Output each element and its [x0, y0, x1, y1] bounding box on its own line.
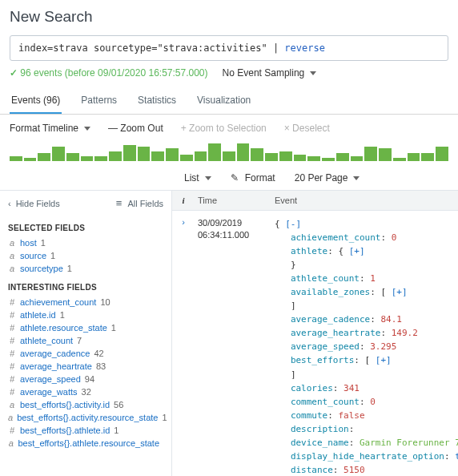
- field-best-efforts-athlete-id[interactable]: #best_efforts{}.athlete.id 1: [8, 424, 163, 437]
- sampling-dropdown[interactable]: No Event Sampling: [223, 67, 317, 79]
- zoom-out-button[interactable]: — Zoom Out: [108, 123, 163, 134]
- event-time: 30/09/2019 06:34:11.000: [195, 211, 271, 476]
- field-source[interactable]: asource 1: [8, 249, 163, 262]
- list-view-dropdown[interactable]: List: [184, 172, 211, 184]
- field-type-icon: a: [8, 264, 16, 273]
- timeline-bar[interactable]: [408, 153, 420, 161]
- selected-fields-heading: SELECTED FIELDS: [8, 224, 163, 232]
- timeline-bar[interactable]: [336, 153, 349, 161]
- timeline-bar[interactable]: [421, 153, 434, 161]
- timeline-bar[interactable]: [123, 145, 136, 161]
- field-type-icon: #: [8, 374, 16, 384]
- event-row: › 30/09/2019 06:34:11.000 { [-] achievem…: [172, 211, 458, 476]
- field-type-icon: #: [8, 426, 16, 435]
- json-toggle[interactable]: [+]: [349, 246, 365, 256]
- timeline-bar[interactable]: [138, 147, 151, 161]
- timeline-bar[interactable]: [294, 155, 307, 161]
- result-status: ✓ 96 events (before 09/01/2020 16:57:57.…: [10, 67, 208, 79]
- field-athlete-count[interactable]: #athlete_count 7: [8, 334, 163, 347]
- field-sourcetype[interactable]: asourcetype 1: [8, 262, 163, 275]
- field-type-icon: a: [8, 413, 13, 422]
- timeline-bar[interactable]: [166, 148, 179, 161]
- timeline-bar[interactable]: [24, 158, 37, 161]
- json-toggle[interactable]: [+]: [376, 355, 392, 365]
- field-athlete-resource-state[interactable]: #athlete.resource_state 1: [8, 321, 163, 334]
- timeline-bar[interactable]: [251, 148, 263, 161]
- tab-statistics[interactable]: Statistics: [136, 90, 178, 114]
- field-type-icon: #: [8, 336, 16, 345]
- events-table: i Time Event › 30/09/2019 06:34:11.000 {…: [172, 191, 458, 476]
- timeline-bar[interactable]: [351, 156, 364, 161]
- field-best-efforts-activity-resource-state[interactable]: abest_efforts{}.activity.resource_state …: [8, 411, 163, 424]
- timeline-bar[interactable]: [223, 151, 235, 161]
- zoom-to-selection-button: + Zoom to Selection: [181, 123, 267, 134]
- expand-event-button[interactable]: ›: [172, 211, 195, 476]
- timeline-bar[interactable]: [109, 151, 122, 161]
- search-input[interactable]: index=strava sourcetype="strava:activiti…: [10, 35, 448, 61]
- check-icon: ✓: [10, 67, 18, 79]
- col-event[interactable]: Event: [271, 191, 458, 210]
- page-title: New Search: [10, 8, 448, 26]
- field-type-icon: a: [8, 238, 16, 248]
- col-time[interactable]: Time: [195, 191, 271, 210]
- field-host[interactable]: ahost 1: [8, 236, 163, 249]
- format-timeline-dropdown[interactable]: Format Timeline: [10, 123, 90, 134]
- field-best-efforts-athlete-resource-state[interactable]: abest_efforts{}.athlete.resource_state: [8, 437, 163, 450]
- field-type-icon: a: [8, 400, 16, 409]
- fields-sidebar: Hide Fields All Fields SELECTED FIELDS a…: [0, 191, 172, 476]
- timeline-bar[interactable]: [208, 143, 221, 161]
- search-command: reverse: [279, 42, 325, 54]
- caret-down-icon: [82, 123, 90, 134]
- timeline-bar[interactable]: [66, 153, 79, 161]
- timeline-bar[interactable]: [38, 153, 50, 161]
- timeline-bar[interactable]: [436, 147, 448, 161]
- timeline-bar[interactable]: [322, 158, 335, 161]
- field-average-heartrate[interactable]: #average_heartrate 83: [8, 360, 163, 373]
- timeline-bar[interactable]: [81, 156, 94, 161]
- search-query-text: index=strava sourcetype="strava:activiti…: [18, 42, 273, 54]
- field-best-efforts-activity-id[interactable]: abest_efforts{}.activity.id 56: [8, 398, 163, 411]
- timeline-bar[interactable]: [393, 158, 406, 161]
- timeline-bar[interactable]: [265, 153, 278, 161]
- json-toggle[interactable]: [-]: [285, 219, 301, 229]
- timeline-bar[interactable]: [379, 148, 392, 161]
- col-info: i: [172, 191, 195, 210]
- tab-visualization[interactable]: Visualization: [195, 90, 252, 114]
- field-type-icon: #: [8, 349, 16, 358]
- timeline-bar[interactable]: [195, 151, 207, 161]
- field-type-icon: #: [8, 297, 16, 307]
- timeline-bar[interactable]: [307, 156, 320, 161]
- event-raw[interactable]: { [-] achievement_count: 0 athlete: { [+…: [271, 211, 458, 476]
- field-type-icon: #: [8, 387, 16, 397]
- per-page-dropdown[interactable]: 20 Per Page: [295, 172, 360, 184]
- deselect-button: × Deselect: [284, 123, 330, 134]
- timeline-bar[interactable]: [237, 143, 250, 161]
- timeline-bar[interactable]: [151, 151, 164, 161]
- caret-down-icon: [203, 172, 211, 184]
- timeline-bar[interactable]: [364, 147, 377, 161]
- field-average-speed[interactable]: #average_speed 94: [8, 373, 163, 385]
- format-button[interactable]: Format: [231, 172, 275, 184]
- field-athlete-id[interactable]: #athlete.id 1: [8, 309, 163, 321]
- tab-events-[interactable]: Events (96): [10, 90, 62, 114]
- hide-fields-button[interactable]: Hide Fields: [8, 199, 60, 208]
- field-achievement-count[interactable]: #achievement_count 10: [8, 296, 163, 309]
- field-type-icon: a: [8, 251, 16, 260]
- field-type-icon: #: [8, 361, 16, 371]
- result-tabs: Events (96)PatternsStatisticsVisualizati…: [0, 87, 458, 115]
- json-toggle[interactable]: [+]: [392, 287, 408, 297]
- field-average-watts[interactable]: #average_watts 32: [8, 385, 163, 398]
- all-fields-button[interactable]: All Fields: [116, 197, 163, 209]
- timeline-bar[interactable]: [52, 147, 65, 161]
- timeline-chart[interactable]: [0, 140, 458, 164]
- timeline-bar[interactable]: [10, 156, 22, 161]
- field-type-icon: #: [8, 323, 16, 333]
- field-average-cadence[interactable]: #average_cadence 42: [8, 347, 163, 360]
- timeline-bar[interactable]: [180, 155, 193, 161]
- tab-patterns[interactable]: Patterns: [79, 90, 119, 114]
- field-type-icon: #: [8, 310, 16, 320]
- timeline-bar[interactable]: [279, 151, 292, 161]
- field-type-icon: a: [8, 438, 14, 448]
- interesting-fields-heading: INTERESTING FIELDS: [8, 283, 163, 292]
- timeline-bar[interactable]: [94, 156, 107, 161]
